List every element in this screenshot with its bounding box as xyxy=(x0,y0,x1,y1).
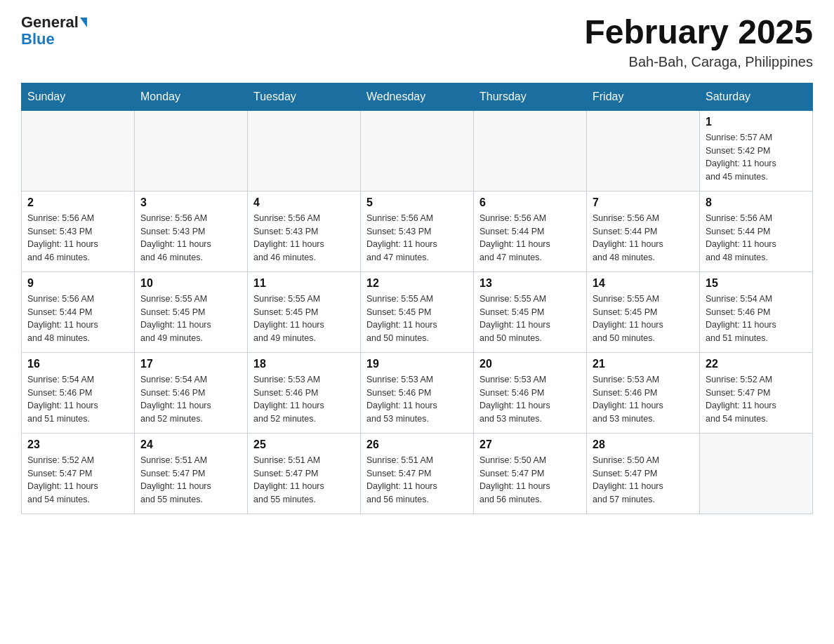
day-info: Sunrise: 5:51 AM Sunset: 5:47 PM Dayligh… xyxy=(366,454,468,507)
day-info: Sunrise: 5:53 AM Sunset: 5:46 PM Dayligh… xyxy=(253,373,355,426)
day-info: Sunrise: 5:54 AM Sunset: 5:46 PM Dayligh… xyxy=(706,293,807,345)
calendar-day-cell: 6Sunrise: 5:56 AM Sunset: 5:44 PM Daylig… xyxy=(474,191,587,271)
calendar-day-cell: 20Sunrise: 5:53 AM Sunset: 5:46 PM Dayli… xyxy=(474,352,587,433)
weekday-header-friday: Friday xyxy=(587,83,700,110)
calendar-day-cell: 27Sunrise: 5:50 AM Sunset: 5:47 PM Dayli… xyxy=(474,433,587,514)
calendar-day-cell xyxy=(361,110,474,191)
location-subtitle: Bah-Bah, Caraga, Philippines xyxy=(584,54,813,70)
calendar-day-cell: 8Sunrise: 5:56 AM Sunset: 5:44 PM Daylig… xyxy=(700,191,813,271)
calendar-table: SundayMondayTuesdayWednesdayThursdayFrid… xyxy=(21,83,813,514)
day-number: 27 xyxy=(479,438,581,451)
day-info: Sunrise: 5:52 AM Sunset: 5:47 PM Dayligh… xyxy=(706,373,807,426)
calendar-day-cell: 14Sunrise: 5:55 AM Sunset: 5:45 PM Dayli… xyxy=(587,271,700,352)
calendar-day-cell: 10Sunrise: 5:55 AM Sunset: 5:45 PM Dayli… xyxy=(135,271,248,352)
day-info: Sunrise: 5:56 AM Sunset: 5:44 PM Dayligh… xyxy=(479,212,581,264)
day-info: Sunrise: 5:51 AM Sunset: 5:47 PM Dayligh… xyxy=(140,454,241,507)
calendar-week-row: 23Sunrise: 5:52 AM Sunset: 5:47 PM Dayli… xyxy=(22,433,813,514)
day-info: Sunrise: 5:56 AM Sunset: 5:43 PM Dayligh… xyxy=(366,212,468,264)
day-number: 10 xyxy=(140,277,241,290)
day-number: 5 xyxy=(366,196,468,209)
day-number: 18 xyxy=(253,358,355,370)
calendar-day-cell xyxy=(248,110,361,191)
day-number: 19 xyxy=(366,358,468,370)
logo: General Blue xyxy=(21,14,87,48)
calendar-day-cell: 28Sunrise: 5:50 AM Sunset: 5:47 PM Dayli… xyxy=(587,433,700,514)
month-year-title: February 2025 xyxy=(584,14,813,51)
calendar-day-cell xyxy=(587,110,700,191)
day-info: Sunrise: 5:52 AM Sunset: 5:47 PM Dayligh… xyxy=(27,454,128,507)
day-number: 7 xyxy=(593,196,694,209)
day-info: Sunrise: 5:55 AM Sunset: 5:45 PM Dayligh… xyxy=(593,293,694,345)
calendar-day-cell: 3Sunrise: 5:56 AM Sunset: 5:43 PM Daylig… xyxy=(135,191,248,271)
day-info: Sunrise: 5:54 AM Sunset: 5:46 PM Dayligh… xyxy=(27,373,128,426)
day-info: Sunrise: 5:56 AM Sunset: 5:43 PM Dayligh… xyxy=(27,212,128,264)
calendar-week-row: 16Sunrise: 5:54 AM Sunset: 5:46 PM Dayli… xyxy=(22,352,813,433)
day-number: 14 xyxy=(593,277,694,290)
day-number: 15 xyxy=(706,277,807,290)
calendar-day-cell: 24Sunrise: 5:51 AM Sunset: 5:47 PM Dayli… xyxy=(135,433,248,514)
day-info: Sunrise: 5:55 AM Sunset: 5:45 PM Dayligh… xyxy=(366,293,468,345)
calendar-day-cell: 5Sunrise: 5:56 AM Sunset: 5:43 PM Daylig… xyxy=(361,191,474,271)
calendar-day-cell: 15Sunrise: 5:54 AM Sunset: 5:46 PM Dayli… xyxy=(700,271,813,352)
day-number: 16 xyxy=(27,358,128,370)
weekday-header-sunday: Sunday xyxy=(22,83,135,110)
day-number: 8 xyxy=(706,196,807,209)
day-info: Sunrise: 5:56 AM Sunset: 5:43 PM Dayligh… xyxy=(140,212,241,264)
weekday-header-tuesday: Tuesday xyxy=(248,83,361,110)
weekday-header-row: SundayMondayTuesdayWednesdayThursdayFrid… xyxy=(22,83,813,110)
calendar-day-cell xyxy=(135,110,248,191)
calendar-day-cell: 21Sunrise: 5:53 AM Sunset: 5:46 PM Dayli… xyxy=(587,352,700,433)
calendar-day-cell: 25Sunrise: 5:51 AM Sunset: 5:47 PM Dayli… xyxy=(248,433,361,514)
day-info: Sunrise: 5:57 AM Sunset: 5:42 PM Dayligh… xyxy=(706,131,807,184)
weekday-header-thursday: Thursday xyxy=(474,83,587,110)
day-number: 11 xyxy=(253,277,355,290)
day-number: 6 xyxy=(479,196,581,209)
day-info: Sunrise: 5:55 AM Sunset: 5:45 PM Dayligh… xyxy=(140,293,241,345)
weekday-header-wednesday: Wednesday xyxy=(361,83,474,110)
day-number: 25 xyxy=(253,438,355,451)
calendar-day-cell: 12Sunrise: 5:55 AM Sunset: 5:45 PM Dayli… xyxy=(361,271,474,352)
weekday-header-saturday: Saturday xyxy=(700,83,813,110)
weekday-header-monday: Monday xyxy=(135,83,248,110)
day-info: Sunrise: 5:53 AM Sunset: 5:46 PM Dayligh… xyxy=(479,373,581,426)
calendar-day-cell: 7Sunrise: 5:56 AM Sunset: 5:44 PM Daylig… xyxy=(587,191,700,271)
calendar-day-cell xyxy=(700,433,813,514)
day-info: Sunrise: 5:56 AM Sunset: 5:43 PM Dayligh… xyxy=(253,212,355,264)
day-number: 13 xyxy=(479,277,581,290)
day-info: Sunrise: 5:53 AM Sunset: 5:46 PM Dayligh… xyxy=(593,373,694,426)
calendar-day-cell: 9Sunrise: 5:56 AM Sunset: 5:44 PM Daylig… xyxy=(22,271,135,352)
day-info: Sunrise: 5:56 AM Sunset: 5:44 PM Dayligh… xyxy=(706,212,807,264)
day-info: Sunrise: 5:51 AM Sunset: 5:47 PM Dayligh… xyxy=(253,454,355,507)
day-number: 1 xyxy=(706,116,807,128)
calendar-day-cell: 13Sunrise: 5:55 AM Sunset: 5:45 PM Dayli… xyxy=(474,271,587,352)
calendar-day-cell: 18Sunrise: 5:53 AM Sunset: 5:46 PM Dayli… xyxy=(248,352,361,433)
calendar-day-cell: 17Sunrise: 5:54 AM Sunset: 5:46 PM Dayli… xyxy=(135,352,248,433)
day-number: 20 xyxy=(479,358,581,370)
day-number: 12 xyxy=(366,277,468,290)
day-number: 24 xyxy=(140,438,241,451)
calendar-day-cell: 1Sunrise: 5:57 AM Sunset: 5:42 PM Daylig… xyxy=(700,110,813,191)
calendar-day-cell: 22Sunrise: 5:52 AM Sunset: 5:47 PM Dayli… xyxy=(700,352,813,433)
day-number: 4 xyxy=(253,196,355,209)
day-number: 23 xyxy=(27,438,128,451)
logo-blue: Blue xyxy=(21,31,55,48)
logo-general: General xyxy=(21,14,79,31)
day-number: 22 xyxy=(706,358,807,370)
day-number: 9 xyxy=(27,277,128,290)
calendar-day-cell: 19Sunrise: 5:53 AM Sunset: 5:46 PM Dayli… xyxy=(361,352,474,433)
day-info: Sunrise: 5:50 AM Sunset: 5:47 PM Dayligh… xyxy=(593,454,694,507)
day-info: Sunrise: 5:56 AM Sunset: 5:44 PM Dayligh… xyxy=(593,212,694,264)
day-info: Sunrise: 5:53 AM Sunset: 5:46 PM Dayligh… xyxy=(366,373,468,426)
title-section: February 2025 Bah-Bah, Caraga, Philippin… xyxy=(584,14,813,70)
calendar-week-row: 9Sunrise: 5:56 AM Sunset: 5:44 PM Daylig… xyxy=(22,271,813,352)
calendar-day-cell: 23Sunrise: 5:52 AM Sunset: 5:47 PM Dayli… xyxy=(22,433,135,514)
calendar-day-cell: 26Sunrise: 5:51 AM Sunset: 5:47 PM Dayli… xyxy=(361,433,474,514)
day-info: Sunrise: 5:56 AM Sunset: 5:44 PM Dayligh… xyxy=(27,293,128,345)
calendar-day-cell: 4Sunrise: 5:56 AM Sunset: 5:43 PM Daylig… xyxy=(248,191,361,271)
calendar-week-row: 1Sunrise: 5:57 AM Sunset: 5:42 PM Daylig… xyxy=(22,110,813,191)
day-number: 28 xyxy=(593,438,694,451)
calendar-day-cell: 11Sunrise: 5:55 AM Sunset: 5:45 PM Dayli… xyxy=(248,271,361,352)
day-number: 21 xyxy=(593,358,694,370)
logo-triangle-icon xyxy=(80,18,87,27)
calendar-week-row: 2Sunrise: 5:56 AM Sunset: 5:43 PM Daylig… xyxy=(22,191,813,271)
